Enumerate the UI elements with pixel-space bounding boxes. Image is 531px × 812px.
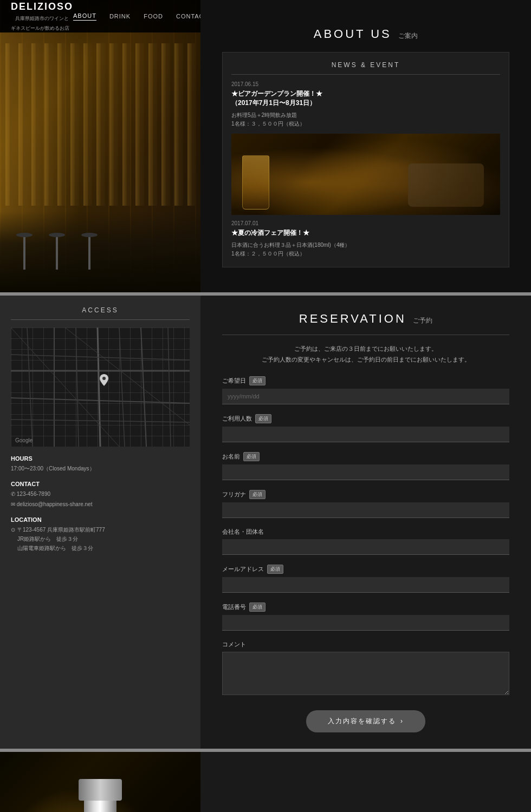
about-panel: ABOUT US ご案内 NEWS & EVENT 2017.06.15 ★ビア… <box>200 0 531 292</box>
reservation-divider <box>222 335 509 335</box>
email-value: ✉ delizioso@happiness-share.net <box>11 500 92 509</box>
reservation-panel: RESERVATION ご予約 ご予約は、ご来店の３日前までにお願いいたします。… <box>200 296 531 749</box>
form-group-date: ご希望日 必須 <box>222 376 509 404</box>
guests-label: ご利用人数 必須 <box>222 414 509 423</box>
svg-line-8 <box>76 328 79 447</box>
email-input[interactable] <box>222 577 509 593</box>
furigana-required-badge: 必須 <box>249 490 266 499</box>
phone-row: ✆ 123-456-7890 <box>11 489 190 499</box>
about-title: ABOUT US <box>314 27 392 41</box>
news-card: NEWS & EVENT 2017.06.15 ★ビアガーデンプラン開催！★ （… <box>222 52 509 267</box>
furigana-label: フリガナ 必須 <box>222 490 509 499</box>
name-input[interactable] <box>222 464 509 480</box>
news-body-2: 日本酒に合うお料理３品＋日本酒(180ml)（4種） 1名様：２，５００円（税込… <box>231 241 500 258</box>
submit-wrapper: 入力内容を確認する › <box>222 710 509 732</box>
company-input[interactable] <box>222 539 509 555</box>
name-label: お名前 必須 <box>222 452 509 461</box>
stool-leg <box>88 237 90 270</box>
hours-value: 17:00〜23:00（Closed Mondays） <box>11 464 190 473</box>
hero-section: DELIZIOSO 兵庫県姫路市のワインとギネスビールが飲めるお店 ABOUT … <box>0 0 531 292</box>
hours-label: HOURS <box>11 455 190 462</box>
email-row: ✉ delizioso@happiness-share.net <box>11 500 190 509</box>
phone-input[interactable] <box>222 615 509 631</box>
stool-leg <box>23 237 25 270</box>
beer-tap-image <box>0 752 200 812</box>
stool-seat <box>81 233 98 237</box>
svg-line-4 <box>141 328 146 447</box>
site-logo-sub: 兵庫県姫路市のワインとギネスビールが飲めるお店 <box>11 16 69 31</box>
date-required-badge: 必須 <box>249 376 266 385</box>
phone-required-badge: 必須 <box>249 603 266 612</box>
news-date-2: 2017.07.01 <box>231 220 500 226</box>
beer-tap-head <box>79 779 122 801</box>
news-date-1: 2017.06.15 <box>231 81 500 87</box>
nav-links: ABOUT DRINK FOOD CONTACT f t i <box>73 12 200 21</box>
form-group-name: お名前 必須 <box>222 452 509 480</box>
middle-section: ACCESS <box>0 296 531 749</box>
nav-contact[interactable]: CONTACT <box>176 13 200 19</box>
bottom-section <box>0 752 531 812</box>
nav-drink[interactable]: DRINK <box>109 13 131 19</box>
bar-bottles <box>5 43 195 206</box>
stool-seat <box>49 233 65 237</box>
guests-input[interactable] <box>222 427 509 442</box>
date-label: ご希望日 必須 <box>222 376 509 385</box>
bar-stools <box>16 233 98 276</box>
reservation-note: ご予約は、ご来店の３日前までにお願いいたします。 ご予約人数の変更やキャンセルは… <box>222 344 509 365</box>
company-label: 会社名・団体名 <box>222 528 509 536</box>
map-container: Google <box>11 328 190 447</box>
stool-3 <box>81 233 98 276</box>
news-headline-1: ★ビアガーデンプラン開催！★ （2017年7月1日〜8月31日） <box>231 89 500 108</box>
news-headline-2: ★夏の冷酒フェア開催！★ <box>231 228 500 238</box>
svg-line-1 <box>11 398 190 403</box>
map-pin <box>100 374 108 388</box>
hero-bar-image: DELIZIOSO 兵庫県姫路市のワインとギネスビールが飲めるお店 ABOUT … <box>0 0 200 292</box>
svg-point-13 <box>102 377 106 380</box>
nav-food[interactable]: FOOD <box>144 13 163 19</box>
submit-button[interactable]: 入力内容を確認する › <box>306 710 425 732</box>
news-food-image <box>231 134 500 215</box>
form-group-company: 会社名・団体名 <box>222 528 509 555</box>
logo-group: DELIZIOSO 兵庫県姫路市のワインとギネスビールが飲めるお店 <box>11 1 73 32</box>
news-card-title: NEWS & EVENT <box>231 61 500 75</box>
stool-seat <box>16 233 33 237</box>
reservation-title: RESERVATION <box>299 312 406 325</box>
address1: ⊙ 〒123-4567 兵庫県姫路市駅前町777 JR姫路駅から 徒歩３分 山陽… <box>11 525 190 553</box>
form-group-email: メールアドレス 必須 <box>222 565 509 593</box>
form-group-guests: ご利用人数 必須 <box>222 414 509 442</box>
form-group-phone: 電話番号 必須 <box>222 603 509 631</box>
comment-textarea[interactable] <box>222 652 509 695</box>
name-required-badge: 必須 <box>243 452 260 461</box>
bottom-right-filler <box>200 752 531 812</box>
date-input[interactable] <box>222 389 509 404</box>
location-label: LOCATION <box>11 516 190 523</box>
contact-label: CONTACT <box>11 481 190 487</box>
food-plate-img <box>408 163 484 207</box>
about-heading: ABOUT US ご案内 <box>217 27 515 41</box>
stool-1 <box>16 233 33 276</box>
google-label: Google <box>15 437 33 443</box>
reservation-heading: RESERVATION ご予約 <box>222 312 509 326</box>
access-title: ACCESS <box>11 306 190 320</box>
phone-label: 電話番号 必須 <box>222 603 509 612</box>
main-nav: DELIZIOSO 兵庫県姫路市のワインとギネスビールが飲めるお店 ABOUT … <box>0 0 200 32</box>
stool-leg <box>56 237 58 270</box>
reservation-title-jp: ご予約 <box>413 317 432 324</box>
nav-about[interactable]: ABOUT <box>73 12 96 21</box>
svg-line-10 <box>168 328 171 447</box>
site-logo: DELIZIOSO <box>11 1 73 12</box>
form-group-furigana: フリガナ 必須 <box>222 490 509 518</box>
location-icon: ⊙ <box>11 525 15 534</box>
stool-2 <box>49 233 65 276</box>
furigana-input[interactable] <box>222 502 509 518</box>
access-panel: ACCESS <box>0 296 200 749</box>
submit-label: 入力内容を確認する <box>328 717 396 726</box>
svg-line-9 <box>119 328 125 447</box>
svg-line-12 <box>65 328 190 425</box>
beer-tap-chrome <box>84 784 116 812</box>
svg-line-7 <box>27 328 33 447</box>
guests-required-badge: 必須 <box>255 414 271 423</box>
news-body-1: お料理5品＋2時間飲み放題 1名様：３，５００円（税込） <box>231 111 500 128</box>
email-required-badge: 必須 <box>267 565 283 574</box>
form-group-comment: コメント <box>222 640 509 697</box>
